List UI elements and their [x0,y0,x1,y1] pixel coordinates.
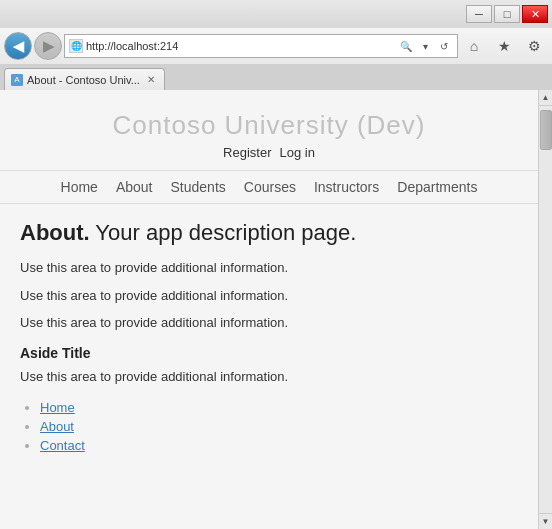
body-text-1: Use this area to provide additional info… [20,258,518,278]
forward-button[interactable]: ▶ [34,32,62,60]
scroll-thumb[interactable] [540,110,552,150]
aside-text: Use this area to provide additional info… [20,367,518,387]
minimize-button[interactable]: ─ [466,5,492,23]
nav-courses[interactable]: Courses [244,179,296,195]
site-nav: Home About Students Courses Instructors … [0,170,538,204]
footer-link-item-contact: Contact [40,438,518,453]
footer-contact-link[interactable]: Contact [40,438,85,453]
heading-bold: About. [20,220,90,245]
site-header: Contoso University (Dev) Register Log in [0,90,538,170]
scroll-down-button[interactable]: ▼ [539,513,553,529]
page-content: Contoso University (Dev) Register Log in… [0,90,538,529]
tab-close-button[interactable]: ✕ [144,73,158,87]
scroll-track[interactable] [539,106,552,513]
search-icon[interactable]: 🔍 [397,37,415,55]
address-bar[interactable]: 🌐 http://localhost:214 🔍 ▾ ↺ [64,34,458,58]
tools-button[interactable]: ⚙ [520,32,548,60]
refresh-icon[interactable]: ↺ [435,37,453,55]
window-controls: ─ □ ✕ [466,5,548,23]
close-button[interactable]: ✕ [522,5,548,23]
title-bar: ─ □ ✕ [0,0,552,28]
login-link[interactable]: Log in [280,145,315,160]
footer-link-item-about: About [40,419,518,434]
back-icon: ◀ [13,38,24,54]
site-body: About. Your app description page. Use th… [0,204,538,473]
aside-title: Aside Title [20,345,518,361]
site-auth: Register Log in [0,145,538,160]
address-actions: 🔍 ▾ ↺ [397,37,453,55]
heading-normal: Your app description page. [90,220,357,245]
nav-right-buttons: ⌂ ★ ⚙ [460,32,548,60]
footer-home-link[interactable]: Home [40,400,75,415]
dropdown-icon[interactable]: ▾ [416,37,434,55]
footer-links: Home About Contact [20,400,518,453]
page-icon: 🌐 [69,39,83,53]
favorites-button[interactable]: ★ [490,32,518,60]
nav-home[interactable]: Home [61,179,98,195]
tab-bar: A About - Contoso Univ... ✕ [0,64,552,90]
body-text-2: Use this area to provide additional info… [20,286,518,306]
back-button[interactable]: ◀ [4,32,32,60]
tab-favicon: A [11,74,23,86]
register-link[interactable]: Register [223,145,271,160]
forward-icon: ▶ [43,38,54,54]
tab-title: About - Contoso Univ... [27,74,140,86]
active-tab[interactable]: A About - Contoso Univ... ✕ [4,68,165,90]
site-title: Contoso University (Dev) [0,110,538,141]
nav-bar: ◀ ▶ 🌐 http://localhost:214 🔍 ▾ ↺ ⌂ ★ ⚙ [0,28,552,64]
scrollbar: ▲ ▼ [538,90,552,529]
body-text-3: Use this area to provide additional info… [20,313,518,333]
maximize-button[interactable]: □ [494,5,520,23]
nav-instructors[interactable]: Instructors [314,179,379,195]
nav-departments[interactable]: Departments [397,179,477,195]
footer-about-link[interactable]: About [40,419,74,434]
footer-link-item-home: Home [40,400,518,415]
home-button[interactable]: ⌂ [460,32,488,60]
nav-students[interactable]: Students [171,179,226,195]
page-wrapper: Contoso University (Dev) Register Log in… [0,90,552,529]
address-text: http://localhost:214 [86,40,394,52]
scroll-up-button[interactable]: ▲ [539,90,553,106]
nav-about[interactable]: About [116,179,153,195]
page-heading: About. Your app description page. [20,220,518,246]
